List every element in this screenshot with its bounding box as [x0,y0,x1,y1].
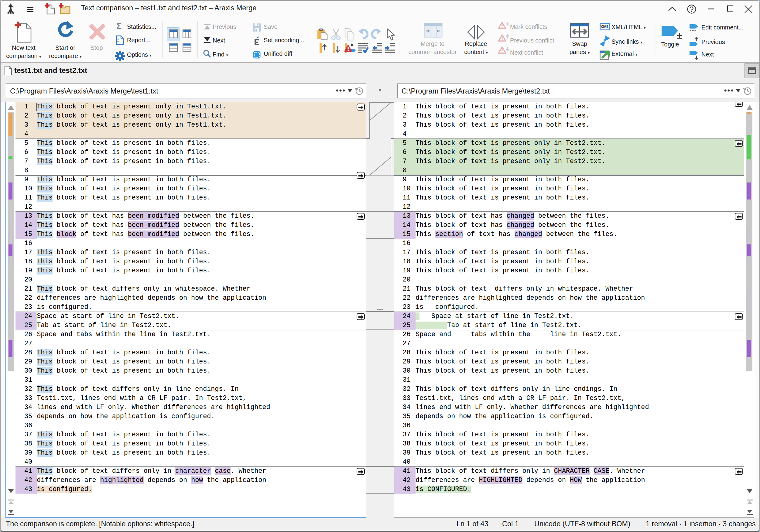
svg-text:XML: XML [600,24,609,29]
